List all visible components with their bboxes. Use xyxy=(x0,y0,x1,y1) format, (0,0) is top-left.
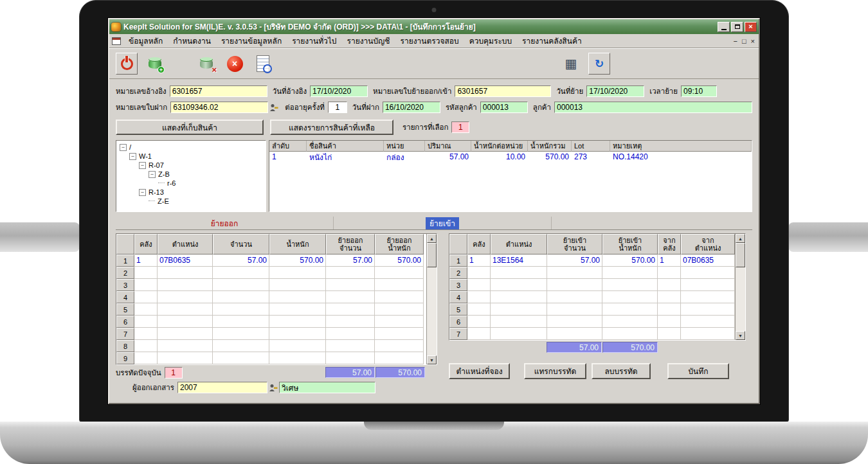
scroll-thumb[interactable] xyxy=(427,243,437,267)
grid-cell[interactable] xyxy=(158,291,213,303)
move-time-field[interactable] xyxy=(681,85,717,97)
menu-item[interactable]: กำหนดงาน xyxy=(168,34,216,48)
tree-node[interactable]: −W-1 xyxy=(118,152,264,161)
grid-row-number[interactable]: 9 xyxy=(116,352,134,364)
move-date-field[interactable] xyxy=(586,85,644,97)
grid-cell[interactable] xyxy=(681,316,735,328)
minimize-button[interactable] xyxy=(718,22,730,32)
grid-cell[interactable] xyxy=(467,303,491,316)
grid-cell[interactable] xyxy=(375,291,424,303)
grid-cell[interactable] xyxy=(375,267,424,279)
grid-cell[interactable] xyxy=(491,328,547,340)
grid-cell[interactable] xyxy=(269,279,326,291)
current-line-field[interactable] xyxy=(165,367,183,379)
grid-cell[interactable]: 13E1564 xyxy=(491,254,547,267)
grid-cell[interactable] xyxy=(602,316,658,328)
issuer-lookup-icon[interactable] xyxy=(269,384,278,392)
ref-no-field[interactable] xyxy=(170,85,267,97)
deposit-date-field[interactable] xyxy=(383,102,440,113)
exit-button[interactable] xyxy=(116,53,138,75)
menu-item[interactable]: รายงานบัญชี xyxy=(341,34,395,48)
items-table-cell[interactable]: NO.14420 xyxy=(610,152,752,162)
tree-node[interactable]: −Z-B xyxy=(118,170,264,179)
grid-row-number[interactable]: 2 xyxy=(449,267,467,279)
lookup-icon[interactable] xyxy=(269,103,278,112)
grid-row[interactable]: 1113E156457.00570.00107B0635 xyxy=(449,254,735,267)
grid-cell[interactable] xyxy=(658,267,681,279)
tree-collapse-icon[interactable]: − xyxy=(149,171,156,178)
grid-cell[interactable] xyxy=(158,352,213,364)
ref-date-field[interactable] xyxy=(310,85,368,97)
grid-cell[interactable] xyxy=(467,267,491,279)
tree-node[interactable]: −/ xyxy=(118,143,264,152)
items-table-row[interactable]: 1หนังไก่กล่อง57.0010.00570.00273NO.14420 xyxy=(269,152,752,162)
grid-cell[interactable] xyxy=(467,328,491,340)
grid-cell[interactable] xyxy=(326,279,375,291)
grid-cell[interactable] xyxy=(269,316,326,328)
grid-cell[interactable] xyxy=(269,303,326,316)
tree-collapse-icon[interactable]: − xyxy=(139,189,146,196)
grid-cell[interactable] xyxy=(213,303,269,316)
grid-row-number[interactable]: 3 xyxy=(449,279,467,291)
grid-cell[interactable] xyxy=(602,279,658,291)
grid-cell[interactable] xyxy=(467,316,491,328)
grid-row[interactable]: 5 xyxy=(449,303,735,316)
grid-cell[interactable] xyxy=(658,328,681,340)
scroll-thumb[interactable] xyxy=(736,243,745,267)
grid-cell[interactable] xyxy=(547,291,602,303)
items-table-cell[interactable]: 57.00 xyxy=(425,152,471,162)
delete-record-button[interactable]: × xyxy=(195,53,217,75)
scroll-track[interactable] xyxy=(736,243,745,331)
grid-cell[interactable] xyxy=(681,279,735,291)
grid-cell[interactable]: 1 xyxy=(658,254,681,267)
grid-cell[interactable] xyxy=(134,316,158,328)
grid-row-number[interactable]: 5 xyxy=(116,303,134,316)
grid-cell[interactable] xyxy=(491,291,547,303)
grid-cell[interactable] xyxy=(491,267,547,279)
grid-row-number[interactable]: 7 xyxy=(449,328,467,340)
menu-item[interactable]: รายงานตรวจสอบ xyxy=(395,34,464,48)
grid-cell[interactable] xyxy=(375,340,424,352)
grid-cell[interactable] xyxy=(547,267,602,279)
grid-row[interactable]: 3 xyxy=(449,279,735,291)
grid-cell[interactable] xyxy=(213,340,269,352)
tab-move-out[interactable]: ย้ายออก xyxy=(116,217,334,229)
mdi-restore-icon[interactable]: □ xyxy=(742,37,746,45)
grid-cell[interactable] xyxy=(134,340,158,352)
grid-row[interactable]: 4 xyxy=(449,291,735,303)
grid-cell[interactable] xyxy=(269,328,326,340)
grid-cell[interactable] xyxy=(158,328,213,340)
mdi-minimize-icon[interactable]: − xyxy=(733,37,737,45)
grid-cell[interactable] xyxy=(134,279,158,291)
items-table-cell[interactable]: หนังไก่ xyxy=(307,152,384,162)
close-button[interactable]: × xyxy=(745,22,757,32)
grid-cell[interactable] xyxy=(269,291,326,303)
grid-cell[interactable] xyxy=(467,291,491,303)
items-table-cell[interactable]: 570.00 xyxy=(528,152,572,162)
items-table-cell[interactable]: 1 xyxy=(269,152,307,162)
grid-cell[interactable] xyxy=(326,352,375,364)
renew-count-field[interactable] xyxy=(328,102,347,113)
grid-cell[interactable] xyxy=(681,267,735,279)
grid-cell[interactable] xyxy=(681,291,735,303)
grid-cell[interactable] xyxy=(467,279,491,291)
menu-item[interactable]: รายงานข้อมูลหลัก xyxy=(216,34,287,48)
grid-cell[interactable] xyxy=(269,340,326,352)
grid-cell[interactable] xyxy=(326,267,375,279)
reserved-position-button[interactable]: ตำแหน่งที่จอง xyxy=(449,363,510,379)
grid-cell[interactable] xyxy=(491,316,547,328)
tree-collapse-icon[interactable]: − xyxy=(129,153,136,160)
grid-cell[interactable] xyxy=(213,352,269,364)
grid-row-number[interactable]: 8 xyxy=(116,340,134,352)
show-remaining-button[interactable]: แสดงรายการสินค้าที่เหลือ xyxy=(270,120,393,135)
grid-cell[interactable] xyxy=(658,316,681,328)
grid-row-number[interactable]: 1 xyxy=(116,254,134,267)
tree-node[interactable]: −R-07 xyxy=(118,161,264,170)
grid-cell[interactable] xyxy=(269,267,326,279)
grid-row[interactable]: 6 xyxy=(449,316,735,328)
grid-cell[interactable] xyxy=(658,291,681,303)
grid-cell[interactable] xyxy=(547,279,602,291)
save-button[interactable]: บันทึก xyxy=(667,363,729,379)
grid-cell[interactable] xyxy=(491,303,547,316)
grid-cell[interactable] xyxy=(326,328,375,340)
